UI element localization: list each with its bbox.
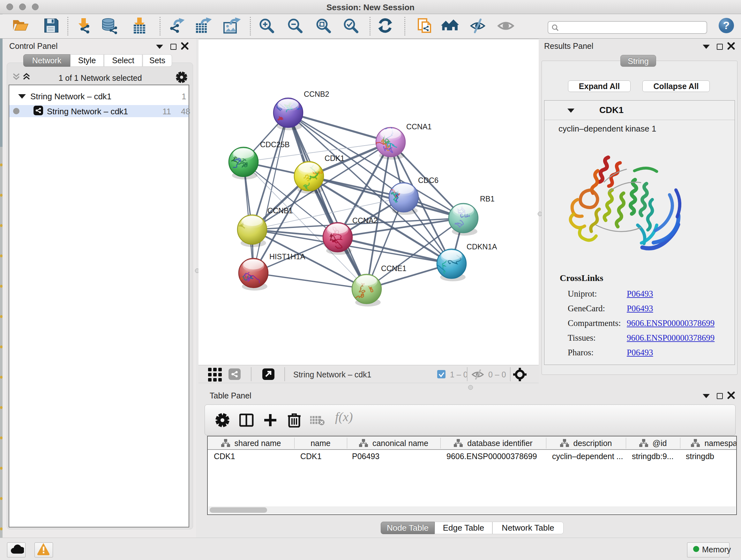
svg-text:CDK1: CDK1 (325, 154, 345, 163)
svg-text:CDKN1A: CDKN1A (467, 243, 497, 251)
svg-text:CCNB2: CCNB2 (304, 90, 329, 98)
svg-text:CDC6: CDC6 (418, 176, 439, 185)
svg-text:HIST1H1A: HIST1H1A (269, 253, 306, 261)
svg-text:?: ? (723, 19, 730, 31)
svg-text:CCNA2: CCNA2 (352, 216, 378, 225)
svg-text:CCNE1: CCNE1 (381, 264, 407, 273)
svg-text:RB1: RB1 (480, 195, 495, 203)
svg-text:CCNA1: CCNA1 (406, 123, 432, 131)
svg-text:CDC25B: CDC25B (260, 140, 290, 149)
svg-text:CCNB1: CCNB1 (267, 206, 293, 215)
